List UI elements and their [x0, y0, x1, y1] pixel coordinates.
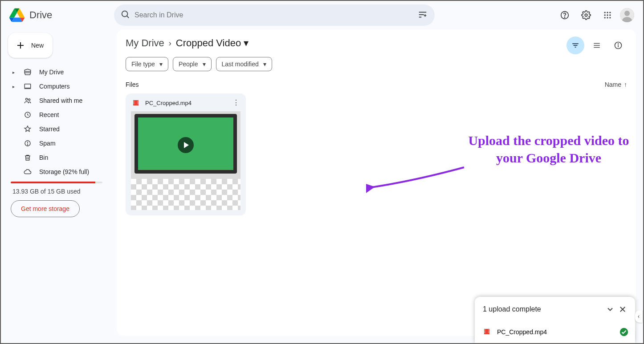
spam-icon — [23, 139, 32, 147]
main-panel: My Drive › Cropped Video▾ File type▾ Peo… — [117, 29, 636, 336]
info-icon[interactable] — [609, 36, 627, 54]
side-panel-toggle[interactable]: ‹ — [635, 310, 642, 323]
filter-icon[interactable] — [567, 36, 584, 54]
nav-spam[interactable]: Spam — [8, 136, 107, 150]
chip-label: Last modified — [222, 61, 259, 68]
drive-logo[interactable]: Drive — [8, 6, 110, 24]
chip-label: People — [179, 61, 198, 68]
nav-label: Storage (92% full) — [39, 168, 89, 175]
file-card-header: PC_Cropped.mp4 ⋮ — [126, 99, 246, 111]
dropdown-caret-icon: ▾ — [159, 61, 163, 68]
svg-point-8 — [604, 14, 606, 16]
svg-point-5 — [604, 12, 606, 13]
chip-people[interactable]: People▾ — [173, 57, 212, 71]
nav-storage[interactable]: Storage (92% full) — [8, 165, 107, 179]
new-button-label: New — [31, 42, 44, 49]
breadcrumb-current-label: Cropped Video — [176, 37, 241, 49]
header-bar: Drive — [1, 1, 643, 29]
svg-point-4 — [585, 14, 587, 16]
section-title: Files — [126, 81, 139, 88]
breadcrumb-root[interactable]: My Drive — [126, 37, 164, 49]
nav-label: Computers — [39, 83, 69, 90]
search-input[interactable] — [135, 11, 413, 19]
file-grid: PC_Cropped.mp4 ⋮ — [126, 93, 627, 215]
settings-gear-icon[interactable] — [577, 6, 595, 24]
sidebar: New ▸My Drive ▸Computers Shared with me … — [1, 29, 114, 343]
video-file-icon — [483, 328, 491, 337]
play-icon — [178, 137, 194, 153]
nav-list: ▸My Drive ▸Computers Shared with me Rece… — [8, 65, 107, 179]
more-vert-icon[interactable]: ⋮ — [231, 99, 241, 106]
header-actions — [556, 6, 636, 24]
video-file-icon — [132, 99, 140, 107]
svg-point-19 — [26, 98, 28, 101]
nav-label: Recent — [39, 111, 59, 118]
svg-point-27 — [618, 44, 618, 44]
search-bar[interactable] — [114, 4, 435, 26]
apps-grid-icon[interactable] — [599, 6, 616, 24]
get-more-storage-button[interactable]: Get more storage — [11, 200, 80, 217]
nav-my-drive[interactable]: ▸My Drive — [8, 65, 107, 79]
nav-bin[interactable]: Bin — [8, 150, 107, 165]
svg-point-20 — [29, 99, 30, 101]
breadcrumb: My Drive › Cropped Video▾ — [126, 37, 627, 49]
chip-last-modified[interactable]: Last modified▾ — [216, 57, 272, 71]
file-card[interactable]: PC_Cropped.mp4 ⋮ — [126, 93, 246, 215]
upload-toast: 1 upload complete PC_Cropped.mp4 — [475, 297, 635, 343]
toast-file-name: PC_Cropped.mp4 — [497, 328, 547, 336]
toast-header: 1 upload complete — [475, 297, 635, 322]
nav-label: Starred — [39, 125, 60, 133]
svg-point-13 — [609, 17, 611, 18]
nav-label: Bin — [39, 154, 48, 161]
expand-icon[interactable]: ▸ — [11, 70, 16, 75]
svg-point-24 — [27, 145, 28, 145]
dropdown-caret-icon: ▾ — [263, 61, 266, 68]
chevron-down-icon[interactable] — [604, 303, 616, 316]
toast-title: 1 upload complete — [483, 305, 541, 313]
arrow-up-icon: ↑ — [624, 81, 627, 88]
dropdown-caret-icon: ▾ — [244, 37, 249, 49]
sort-toggle[interactable]: Name↑ — [605, 81, 627, 88]
svg-point-3 — [564, 17, 565, 17]
storage-bar — [11, 182, 102, 183]
list-view-icon[interactable] — [588, 36, 606, 54]
breadcrumb-current[interactable]: Cropped Video▾ — [176, 37, 249, 49]
file-name: PC_Cropped.mp4 — [145, 100, 225, 106]
dropdown-caret-icon: ▾ — [203, 61, 206, 68]
new-button[interactable]: New — [8, 33, 53, 58]
bin-icon — [23, 154, 32, 162]
nav-label: Spam — [39, 140, 56, 147]
svg-point-11 — [604, 17, 606, 18]
storage-fill — [11, 182, 95, 183]
account-avatar[interactable] — [620, 8, 634, 22]
nav-recent[interactable]: Recent — [8, 108, 107, 122]
help-icon[interactable] — [556, 6, 574, 24]
star-icon — [23, 125, 32, 133]
nav-starred[interactable]: Starred — [8, 122, 107, 136]
app-name: Drive — [29, 9, 52, 21]
chip-label: File type — [131, 61, 155, 68]
nav-computers[interactable]: ▸Computers — [8, 79, 107, 93]
chip-file-type[interactable]: File type▾ — [126, 57, 168, 71]
file-thumbnail — [131, 111, 240, 179]
tune-icon[interactable] — [418, 10, 428, 20]
section-header: Files Name↑ — [126, 81, 627, 88]
svg-point-15 — [624, 11, 630, 16]
expand-icon[interactable]: ▸ — [11, 84, 16, 89]
toast-file-row[interactable]: PC_Cropped.mp4 — [475, 322, 635, 343]
nav-label: My Drive — [39, 69, 64, 76]
sort-label: Name — [605, 81, 621, 88]
svg-rect-18 — [24, 84, 31, 88]
recent-icon — [23, 111, 32, 119]
close-icon[interactable] — [616, 303, 629, 316]
view-tools — [567, 36, 627, 54]
computers-icon — [23, 82, 32, 90]
search-icon — [120, 9, 130, 21]
chevron-right-icon: › — [169, 39, 171, 48]
thumbnail-transparency — [131, 179, 240, 210]
drive-logo-icon — [8, 6, 26, 24]
nav-shared[interactable]: Shared with me — [8, 93, 107, 108]
svg-point-0 — [122, 11, 128, 17]
filter-chips: File type▾ People▾ Last modified▾ — [126, 57, 627, 71]
svg-point-6 — [607, 12, 608, 13]
